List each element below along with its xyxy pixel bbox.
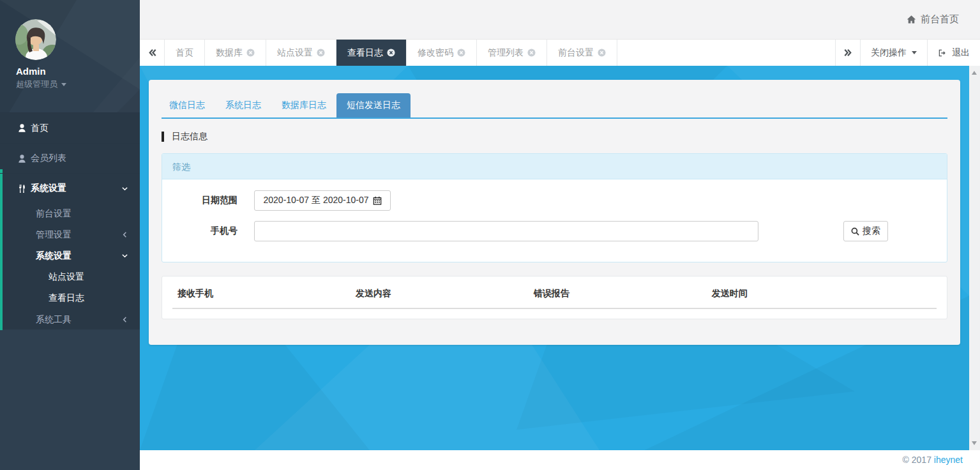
window-tab-change-password[interactable]: 修改密码 bbox=[407, 40, 477, 66]
logout-button[interactable]: 退出 bbox=[927, 40, 980, 66]
close-icon[interactable] bbox=[527, 49, 536, 57]
copyright-year: © 2017 bbox=[903, 455, 931, 465]
chevron-left-icon bbox=[121, 316, 128, 323]
sidebar-item-label: 系统设置 bbox=[36, 250, 72, 262]
tab-bar-spacer bbox=[617, 40, 835, 66]
scrollbar-down-arrow-icon[interactable] bbox=[972, 441, 977, 445]
sidebar: Admin 超级管理员 首页 会员列表 系统设置 前台设置 管理设置 bbox=[0, 0, 140, 470]
caret-down-icon bbox=[912, 51, 917, 54]
user-name[interactable]: Admin bbox=[16, 66, 46, 77]
tab-wechat-log[interactable]: 微信日志 bbox=[159, 93, 215, 118]
date-range-row: 日期范围 2020-10-07 至 2020-10-07 bbox=[162, 190, 947, 211]
scroll-tabs-left-button[interactable] bbox=[140, 40, 165, 66]
user-role[interactable]: 超级管理员 bbox=[16, 79, 66, 90]
filter-panel: 筛选 日期范围 2020-10-07 至 2020-10-07 手机号 bbox=[162, 153, 947, 262]
tab-system-log[interactable]: 系统日志 bbox=[215, 93, 271, 118]
column-header-error-report: 错误报告 bbox=[529, 287, 707, 299]
window-tab-bar: 首页 数据库 站点设置 查看日志 修改密码 管理列表 前台设置 关闭操作 退出 bbox=[140, 39, 980, 66]
search-button-label: 搜索 bbox=[863, 225, 880, 237]
scrollbar-up-arrow-icon[interactable] bbox=[972, 71, 977, 75]
close-operations-label: 关闭操作 bbox=[871, 47, 907, 59]
window-tab-site-settings[interactable]: 站点设置 bbox=[266, 40, 336, 66]
phone-row: 手机号 搜索 bbox=[162, 221, 947, 241]
filter-panel-title: 筛选 bbox=[162, 154, 947, 179]
window-tab-frontend-settings[interactable]: 前台设置 bbox=[547, 40, 617, 66]
top-bar: 前台首页 bbox=[140, 0, 980, 39]
sidebar-item-home[interactable]: 首页 bbox=[0, 113, 140, 143]
sidebar-item-label: 会员列表 bbox=[31, 153, 66, 164]
sidebar-item-view-logs[interactable]: 查看日志 bbox=[0, 287, 140, 308]
search-button[interactable]: 搜索 bbox=[843, 221, 888, 241]
close-icon[interactable] bbox=[387, 49, 395, 57]
tab-underline bbox=[162, 118, 947, 119]
close-icon[interactable] bbox=[246, 49, 255, 57]
section-header: 日志信息 bbox=[162, 131, 947, 142]
sidebar-item-system-tools[interactable]: 系统工具 bbox=[0, 308, 140, 337]
utensils-icon bbox=[17, 184, 27, 193]
sidebar-item-site-settings[interactable]: 站点设置 bbox=[0, 266, 140, 287]
sidebar-item-label: 首页 bbox=[31, 123, 49, 134]
column-header-receiver-phone: 接收手机 bbox=[172, 287, 351, 299]
close-icon[interactable] bbox=[598, 49, 606, 57]
date-range-value: 2020-10-07 至 2020-10-07 bbox=[263, 195, 368, 206]
user-profile[interactable] bbox=[15, 19, 56, 60]
date-range-input[interactable]: 2020-10-07 至 2020-10-07 bbox=[254, 190, 391, 211]
section-header-bar bbox=[162, 132, 164, 142]
tab-database-log[interactable]: 数据库日志 bbox=[271, 93, 336, 118]
log-table: 接收手机 发送内容 错误报告 发送时间 bbox=[162, 276, 947, 319]
section-title: 日志信息 bbox=[172, 131, 207, 142]
tab-label: 短信发送日志 bbox=[347, 100, 400, 110]
window-tab-label: 前台设置 bbox=[558, 47, 594, 59]
sidebar-item-system-settings-sub[interactable]: 系统设置 bbox=[0, 245, 140, 266]
tab-label: 微信日志 bbox=[169, 100, 205, 110]
home-icon bbox=[907, 15, 916, 24]
footer: © 2017 iheynet bbox=[140, 450, 980, 470]
phone-input[interactable] bbox=[254, 221, 758, 241]
phone-label: 手机号 bbox=[179, 225, 237, 237]
sidebar-item-frontend-settings[interactable]: 前台设置 bbox=[0, 203, 140, 224]
breadcrumb-label: 前台首页 bbox=[921, 13, 959, 26]
sign-out-icon bbox=[938, 49, 947, 57]
window-tab-label: 查看日志 bbox=[347, 47, 383, 59]
window-tab-label: 数据库 bbox=[216, 47, 243, 59]
tab-label: 数据库日志 bbox=[282, 100, 326, 110]
user-icon bbox=[17, 123, 27, 133]
table-header-row: 接收手机 发送内容 错误报告 发送时间 bbox=[172, 287, 937, 299]
close-icon[interactable] bbox=[317, 49, 325, 57]
sidebar-item-label: 管理设置 bbox=[36, 229, 72, 241]
chevron-left-icon bbox=[121, 231, 128, 238]
close-operations-dropdown[interactable]: 关闭操作 bbox=[860, 40, 927, 66]
window-tab-admin-list[interactable]: 管理列表 bbox=[477, 40, 547, 66]
sidebar-item-label: 站点设置 bbox=[49, 271, 84, 283]
sidebar-item-members[interactable]: 会员列表 bbox=[0, 143, 140, 173]
tab-sms-log[interactable]: 短信发送日志 bbox=[336, 93, 411, 118]
breadcrumb[interactable]: 前台首页 bbox=[907, 0, 959, 39]
scroll-tabs-right-button[interactable] bbox=[835, 40, 860, 66]
search-icon bbox=[851, 227, 859, 236]
table-header-divider bbox=[172, 308, 937, 309]
column-header-sent-content: 发送内容 bbox=[351, 287, 529, 299]
sidebar-item-label: 前台设置 bbox=[36, 208, 72, 220]
angle-double-right-icon bbox=[843, 48, 853, 57]
window-tab-database[interactable]: 数据库 bbox=[205, 40, 266, 66]
user-icon bbox=[17, 154, 27, 163]
avatar[interactable] bbox=[15, 19, 56, 60]
close-icon[interactable] bbox=[457, 49, 465, 57]
angle-double-left-icon bbox=[147, 48, 157, 57]
caret-down-icon bbox=[61, 83, 66, 86]
sidebar-item-system-settings[interactable]: 系统设置 bbox=[0, 173, 140, 203]
window-tab-home[interactable]: 首页 bbox=[165, 40, 205, 66]
window-tab-label: 首页 bbox=[176, 47, 193, 59]
logout-label: 退出 bbox=[952, 47, 970, 59]
window-tab-view-logs[interactable]: 查看日志 bbox=[336, 40, 407, 66]
window-tab-label: 站点设置 bbox=[277, 47, 313, 59]
window-tab-label: 管理列表 bbox=[488, 47, 524, 59]
sidebar-item-admin-settings[interactable]: 管理设置 bbox=[0, 224, 140, 245]
sidebar-item-label: 系统工具 bbox=[36, 314, 72, 326]
vertical-scrollbar[interactable] bbox=[969, 66, 980, 450]
brand-link[interactable]: iheynet bbox=[934, 455, 963, 465]
sidebar-item-label: 系统设置 bbox=[31, 183, 66, 194]
tab-label: 系统日志 bbox=[225, 100, 261, 110]
calendar-icon bbox=[373, 196, 382, 205]
copyright-text: © 2017 iheynet bbox=[903, 450, 963, 469]
